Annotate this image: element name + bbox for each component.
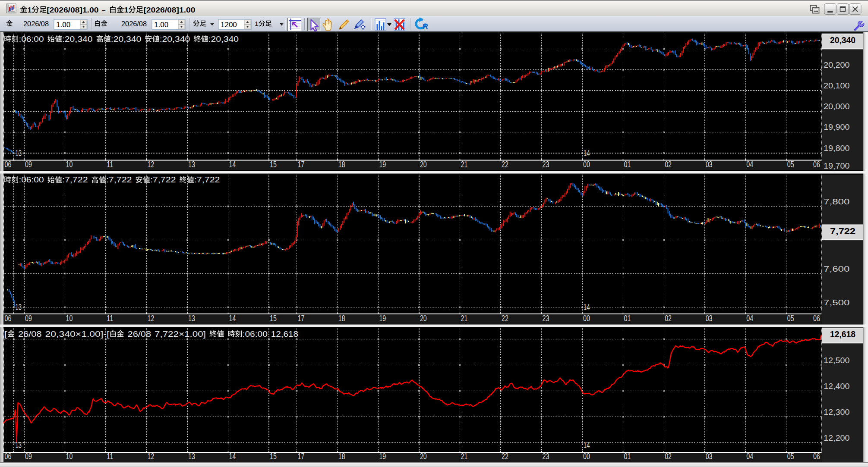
svg-text:11: 11 (107, 313, 114, 323)
svg-text:00: 00 (583, 451, 590, 461)
svg-text::7,722: :7,722 (62, 176, 88, 184)
svg-text:[2026/08]1.00: [2026/08]1.00 (47, 6, 98, 14)
svg-text:19,900: 19,900 (824, 122, 850, 132)
svg-text:12,300: 12,300 (824, 407, 850, 417)
svg-text:17: 17 (298, 160, 305, 169)
svg-text:1200: 1200 (221, 21, 237, 29)
svg-text:20: 20 (420, 313, 427, 323)
svg-text:04: 04 (746, 160, 753, 169)
svg-text:10: 10 (66, 160, 73, 169)
svg-text:06: 06 (813, 451, 820, 461)
svg-text::06:00: :06:00 (243, 330, 268, 338)
svg-text:21: 21 (461, 451, 468, 461)
svg-text:19,800: 19,800 (824, 144, 850, 153)
svg-text::06:00: :06:00 (19, 176, 44, 184)
svg-text:12,400: 12,400 (824, 382, 850, 391)
svg-text:13: 13 (188, 160, 195, 169)
svg-text:01: 01 (624, 451, 631, 461)
svg-text:13: 13 (188, 451, 195, 461)
svg-text::06:00: :06:00 (19, 35, 44, 44)
svg-text:02: 02 (665, 313, 672, 323)
svg-text:-: - (102, 6, 106, 14)
svg-text:04: 04 (746, 451, 753, 461)
svg-text:15: 15 (270, 313, 277, 323)
svg-text:12,200: 12,200 (824, 433, 850, 442)
svg-text:21: 21 (461, 160, 468, 169)
svg-text:2026/08: 2026/08 (121, 20, 147, 28)
svg-text:1.00: 1.00 (154, 21, 168, 29)
svg-text:7,722: 7,722 (830, 226, 855, 236)
svg-text:09: 09 (25, 451, 32, 461)
svg-text:18: 18 (338, 313, 345, 323)
svg-text::20,340: :20,340 (62, 35, 93, 44)
svg-text:12,618: 12,618 (830, 329, 855, 339)
svg-text:01: 01 (624, 160, 631, 169)
svg-text:12,500: 12,500 (824, 356, 850, 365)
svg-text:1: 1 (255, 20, 259, 27)
svg-text::7,722: :7,722 (150, 176, 176, 184)
svg-text:[2026/08]1.00: [2026/08]1.00 (143, 6, 195, 14)
svg-text:14: 14 (584, 440, 590, 450)
svg-text:11: 11 (107, 160, 114, 169)
svg-text:20: 20 (420, 160, 427, 169)
svg-text::20,340: :20,340 (111, 35, 142, 44)
svg-text:09: 09 (25, 313, 32, 323)
svg-text:18: 18 (338, 160, 345, 169)
svg-text:10: 10 (66, 451, 73, 461)
svg-text:09: 09 (25, 160, 32, 169)
svg-text:12,618: 12,618 (271, 330, 298, 338)
svg-text:12: 12 (148, 451, 155, 461)
svg-text:1: 1 (28, 6, 32, 14)
svg-text:15: 15 (270, 160, 277, 169)
svg-text:20,340: 20,340 (830, 35, 855, 45)
svg-text:02: 02 (665, 160, 672, 169)
svg-text:13: 13 (188, 313, 195, 323)
svg-text:17: 17 (298, 313, 305, 323)
svg-text:1.00: 1.00 (56, 21, 70, 29)
svg-text:06: 06 (5, 451, 12, 461)
svg-text:02: 02 (665, 451, 672, 461)
svg-text:18: 18 (338, 451, 345, 461)
svg-text:[: [ (4, 330, 7, 338)
svg-text:19: 19 (379, 451, 386, 461)
svg-text:14: 14 (229, 160, 236, 169)
svg-text:15: 15 (270, 451, 277, 461)
svg-text:20: 20 (420, 451, 427, 461)
svg-text:13: 13 (16, 302, 22, 312)
svg-text:21: 21 (461, 313, 468, 323)
svg-text:23: 23 (543, 313, 549, 323)
svg-text:20,340×1.00]-[: 20,340×1.00]-[ (45, 330, 110, 338)
svg-text:14: 14 (229, 451, 236, 461)
svg-text:22: 22 (502, 313, 508, 323)
svg-text:12: 12 (148, 160, 155, 169)
svg-text:03: 03 (706, 451, 713, 461)
svg-text:20,100: 20,100 (824, 81, 850, 90)
svg-text:05: 05 (787, 313, 794, 323)
svg-text:14: 14 (229, 313, 236, 323)
svg-text:00: 00 (583, 313, 590, 323)
svg-text::7,722: :7,722 (106, 176, 132, 184)
svg-text:12: 12 (148, 313, 155, 323)
svg-text:2026/08: 2026/08 (23, 20, 49, 28)
svg-text:23: 23 (543, 160, 549, 169)
svg-text:13: 13 (16, 440, 22, 450)
svg-text:23: 23 (543, 451, 549, 461)
svg-text:7,600: 7,600 (824, 264, 850, 273)
svg-text:19: 19 (379, 313, 386, 323)
svg-text:R: R (423, 22, 428, 31)
svg-text:00: 00 (583, 160, 590, 169)
svg-text:19: 19 (379, 160, 386, 169)
svg-text::20,340: :20,340 (208, 35, 239, 44)
svg-text:03: 03 (706, 160, 713, 169)
svg-text:26/08: 26/08 (18, 330, 42, 338)
svg-text:04: 04 (746, 313, 753, 323)
svg-text:20,000: 20,000 (824, 102, 850, 111)
svg-text:06: 06 (813, 160, 820, 169)
svg-text:7,800: 7,800 (824, 197, 850, 206)
svg-text:22: 22 (502, 451, 508, 461)
svg-text::7,722: :7,722 (194, 176, 220, 184)
svg-text:14: 14 (584, 148, 590, 158)
svg-text:14: 14 (584, 302, 590, 312)
svg-text:06: 06 (5, 313, 12, 323)
svg-text::20,340: :20,340 (160, 35, 190, 44)
